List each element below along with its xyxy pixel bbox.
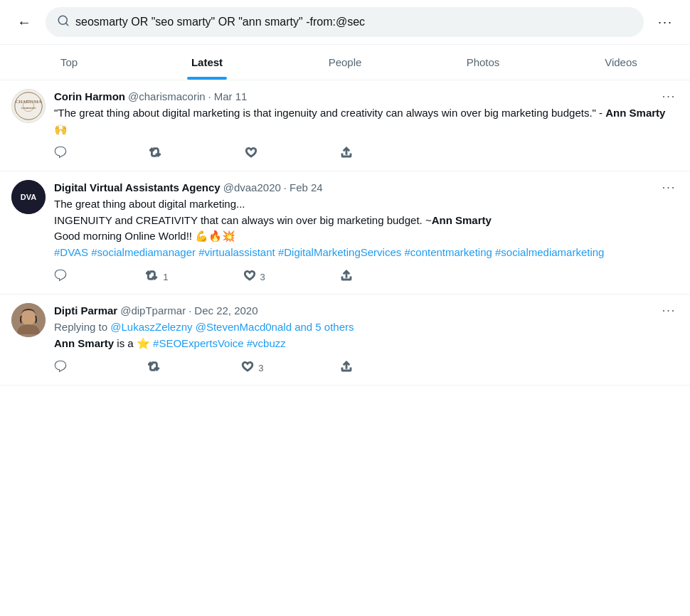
reply-button[interactable]	[54, 269, 71, 285]
tweet-text: Replying to @LukaszZelezny @StevenMacd0n…	[54, 319, 679, 351]
tweet-actions: 3	[54, 360, 353, 376]
share-icon	[340, 146, 353, 162]
retweet-button[interactable]	[148, 360, 165, 376]
tweet-actions: 1 3	[54, 269, 353, 285]
share-icon	[340, 360, 353, 376]
tweet-meta: Corin Harmon @charismacorin · Mar 11	[54, 90, 247, 102]
tweet-meta: Digital Virtual Assistants Agency @dvaa2…	[54, 181, 323, 193]
search-input[interactable]	[75, 16, 632, 28]
tweet-actions	[54, 146, 353, 162]
tab-videos[interactable]: Videos	[552, 45, 690, 80]
tweet-author-name: Digital Virtual Assistants Agency	[54, 181, 221, 193]
tweet-header: Dipti Parmar @dipTparmar · Dec 22, 2020 …	[54, 303, 679, 318]
more-options-button[interactable]: ···	[652, 12, 679, 33]
tab-latest[interactable]: Latest	[138, 45, 276, 80]
header: ← ···	[0, 0, 690, 45]
reply-icon	[54, 360, 67, 376]
avatar: DVA	[11, 180, 46, 214]
svg-text:CHARISMA: CHARISMA	[15, 99, 41, 104]
tweet-more-button[interactable]: ···	[659, 89, 679, 104]
retweet-icon	[148, 360, 161, 376]
retweet-button[interactable]: 1	[146, 269, 168, 285]
tweet-more-button[interactable]: ···	[659, 180, 679, 195]
reply-to-link[interactable]: @LukaszZelezny @StevenMacd0nald and 5 ot…	[110, 321, 354, 333]
share-icon	[340, 269, 353, 285]
like-button[interactable]: 3	[243, 269, 265, 285]
retweet-count: 1	[163, 272, 168, 282]
like-count: 3	[258, 363, 263, 373]
tweet-body: Corin Harmon @charismacorin · Mar 11 ···…	[54, 89, 679, 162]
hashtag-link[interactable]: #SEOExpertsVoice #vcbuzz	[153, 337, 286, 349]
share-button[interactable]	[340, 360, 353, 376]
like-count: 3	[260, 272, 265, 282]
share-button[interactable]	[340, 146, 353, 162]
retweet-icon	[149, 146, 162, 162]
tweet-body: Dipti Parmar @dipTparmar · Dec 22, 2020 …	[54, 303, 679, 376]
share-button[interactable]	[340, 269, 353, 285]
search-icon	[57, 14, 70, 30]
tab-top[interactable]: Top	[0, 45, 138, 80]
tweet-date: Feb 24	[290, 181, 323, 193]
like-button[interactable]	[245, 146, 262, 162]
tweet-author-handle: @charismacorin	[128, 90, 206, 102]
retweet-button[interactable]	[149, 146, 166, 162]
tab-photos[interactable]: Photos	[414, 45, 552, 80]
retweet-icon	[146, 269, 159, 285]
tweet-card: Dipti Parmar @dipTparmar · Dec 22, 2020 …	[0, 294, 690, 386]
tweet-author-handle: @dvaa2020	[223, 181, 281, 193]
svg-text:DVA: DVA	[21, 193, 36, 201]
search-bar	[46, 7, 644, 37]
avatar: CHARISMA communic	[11, 89, 46, 123]
tweet-text: The great thing about digital marketing.…	[54, 196, 679, 260]
like-icon	[245, 146, 258, 162]
reply-icon	[54, 269, 67, 285]
tweet-hashtags: #DVAS #socialmediamanager #virtualassist…	[54, 246, 604, 258]
tweet-body: Digital Virtual Assistants Agency @dvaa2…	[54, 180, 679, 285]
reply-button[interactable]	[54, 146, 71, 162]
tweet-card: DVA Digital Virtual Assistants Agency @d…	[0, 171, 690, 294]
tweet-date: Dec 22, 2020	[194, 304, 258, 317]
tweet-more-button[interactable]: ···	[659, 303, 679, 318]
tabs-bar: Top Latest People Photos Videos	[0, 45, 690, 80]
like-button[interactable]: 3	[241, 360, 263, 376]
tab-people[interactable]: People	[276, 45, 414, 80]
tweet-date: Mar 11	[214, 90, 248, 102]
reply-button[interactable]	[54, 360, 71, 376]
back-button[interactable]: ←	[11, 11, 37, 33]
avatar	[11, 303, 46, 337]
like-icon	[243, 269, 256, 285]
tweet-meta: Dipti Parmar @dipTparmar · Dec 22, 2020	[54, 304, 258, 317]
svg-line-1	[65, 23, 68, 25]
tweet-text: "The great thing about digital marketing…	[54, 105, 679, 137]
tweet-header: Digital Virtual Assistants Agency @dvaa2…	[54, 180, 679, 195]
tweet-header: Corin Harmon @charismacorin · Mar 11 ···	[54, 89, 679, 104]
tweet-card: CHARISMA communic Corin Harmon @charisma…	[0, 80, 690, 171]
tweet-author-handle: @dipTparmar	[120, 304, 186, 317]
tweet-author-name: Dipti Parmar	[54, 304, 117, 317]
tweet-author-name: Corin Harmon	[54, 90, 125, 102]
reply-icon	[54, 146, 67, 162]
like-icon	[241, 360, 254, 376]
